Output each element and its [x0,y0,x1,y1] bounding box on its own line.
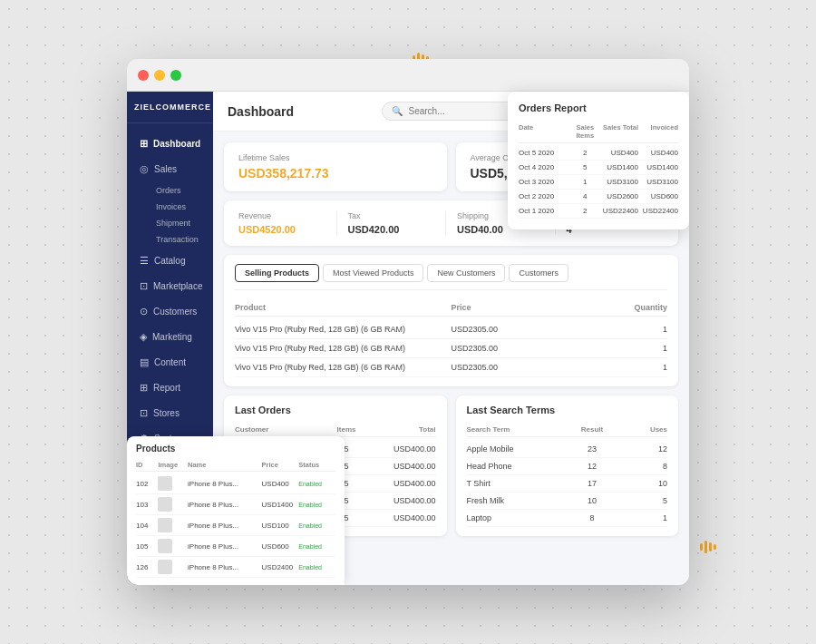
list-item: Laptop 8 1 [467,510,668,527]
sidebar-item-catalog[interactable]: ☰ Catalog [131,249,209,273]
close-button[interactable] [138,70,149,81]
report-icon: ⊞ [140,382,148,394]
products-panel-title: Products [136,444,335,454]
last-search-title: Last Search Terms [467,405,668,415]
list-item: 126 iPhone 8 Plus... USD2400 Enabled [136,557,335,578]
tab-selling-products[interactable]: Selling Products [235,264,319,282]
lifetime-sales-card: Lifetime Sales USD358,217.73 [224,142,447,191]
page-title: Dashboard [228,104,294,119]
sidebar-sub-transaction[interactable]: Transaction [147,231,213,248]
report-row: Oct 2 2020 4 USD2600 USD600 [519,190,678,204]
report-row: Oct 1 2020 2 USD22400 USD22400 [519,204,678,219]
last-search-card: Last Search Terms Search Term Result Use… [456,395,679,536]
list-item: 105 iPhone 8 Plus... USD600 Enabled [136,536,335,557]
tab-customers[interactable]: Customers [509,264,568,282]
sidebar-item-content[interactable]: ▤ Content [131,350,209,375]
table-row: Vivo V15 Pro (Ruby Red, 128 GB) (6 GB RA… [235,339,667,358]
sidebar-sub-invoices[interactable]: Invoices [147,199,213,215]
search-table-header: Search Term Result Uses [467,423,668,437]
report-row: Oct 3 2020 1 USD3100 USD3100 [519,175,678,190]
report-row: Oct 5 2020 2 USD400 USD400 [519,146,678,161]
list-item: 102 iPhone 8 Plus... USD400 Enabled [136,473,335,494]
last-orders-title: Last Orders [235,405,436,415]
lifetime-sales-value: USD358,217.73 [238,166,432,181]
search-icon: 🔍 [392,106,403,116]
last-orders-header: Customer Items Total [235,423,436,437]
marketing-icon: ◈ [140,331,147,343]
dashboard-icon: ⊞ [140,138,148,150]
product-image [158,476,172,491]
list-item: 104 iPhone 8 Plus... USD100 Enabled [136,515,335,536]
products-table-header: ID Image Name Price Status [136,459,335,472]
list-item: 103 iPhone 8 Plus... USD1400 Enabled [136,494,335,515]
tab-most-viewed[interactable]: Most Viewed Products [323,264,423,282]
report-row: Oct 4 2020 5 USD1400 USD1400 [519,161,678,175]
sidebar-item-marketplace[interactable]: ⊡ Marketplace [131,274,209,298]
orders-report-title: Orders Report [519,102,678,113]
sidebar-item-marketing[interactable]: ◈ Marketing [131,325,209,349]
selling-products-card: Selling Products Most Viewed Products Ne… [224,255,678,386]
sales-icon: ◎ [140,163,149,175]
stores-icon: ⊡ [140,407,148,419]
app-window: ZIELCOMMERCE ⊞ Dashboard ◎ Sales Orders … [127,59,689,585]
product-image [158,518,172,532]
search-input[interactable] [408,106,517,116]
list-item: Apple Mobile 23 12 [467,441,668,458]
app-logo: ZIELCOMMERCE [127,92,213,123]
minimize-button[interactable] [154,70,165,81]
sidebar-item-report[interactable]: ⊞ Report [131,376,209,400]
products-table-header: Product Price Quantity [235,299,667,317]
sidebar-item-dashboard[interactable]: ⊞ Dashboard [131,132,209,156]
orders-report-panel: Orders Report Date Sales Items Sales Tot… [508,92,689,229]
orders-report-header: Date Sales Items Sales Total Invoiced [519,121,678,143]
sound-wave-right [700,541,716,553]
list-item: Head Phone 12 8 [467,458,668,475]
sidebar-item-customers[interactable]: ⊙ Customers [131,299,209,324]
tabs-row: Selling Products Most Viewed Products Ne… [235,264,667,290]
sidebar-sub-orders[interactable]: Orders [147,182,213,199]
search-box[interactable]: 🔍 › [382,102,527,121]
sales-submenu: Orders Invoices Shipment Transaction [127,182,213,248]
revenue-item: Revenue USD4520.00 [238,211,337,235]
sidebar-sub-shipment[interactable]: Shipment [147,215,213,231]
products-panel: Products ID Image Name Price Status 102 … [127,436,345,585]
marketplace-icon: ⊡ [140,280,148,292]
product-image [158,497,172,512]
product-image [158,539,172,553]
title-bar [127,59,689,92]
tax-item: Tax USD420.00 [337,211,447,235]
lifetime-sales-label: Lifetime Sales [238,153,432,162]
sidebar-item-stores[interactable]: ⊡ Stores [131,401,209,425]
catalog-icon: ☰ [140,255,149,267]
list-item: Fresh Milk 10 5 [467,493,668,510]
customers-icon: ⊙ [140,306,148,317]
product-image [158,560,172,574]
maximize-button[interactable] [170,70,181,81]
content-icon: ▤ [140,356,149,368]
sidebar-item-sales[interactable]: ◎ Sales [131,157,209,181]
list-item: T Shirt 17 10 [467,475,668,493]
tab-new-customers[interactable]: New Customers [427,264,505,282]
table-row: Vivo V15 Pro (Ruby Red, 128 GB) (6 GB RA… [235,320,667,339]
table-row: Vivo V15 Pro (Ruby Red, 128 GB) (6 GB RA… [235,358,667,377]
